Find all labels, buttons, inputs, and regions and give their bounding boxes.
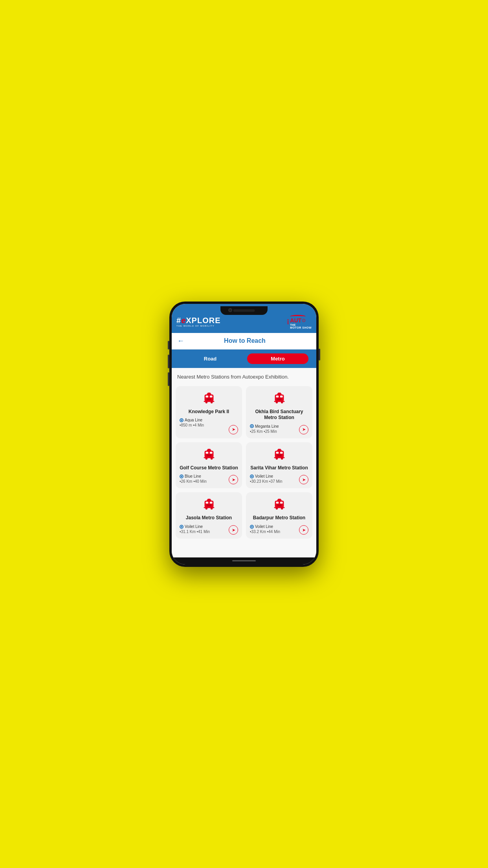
svg-rect-26 <box>207 449 211 450</box>
svg-rect-9 <box>275 394 284 401</box>
logo-text: #eXPLORE <box>176 316 221 324</box>
svg-rect-53 <box>278 499 281 500</box>
train-icon-wrap <box>180 391 238 406</box>
station-card-3: Sarita Vihar Metro Station Voilet Line •… <box>246 442 312 489</box>
svg-rect-4 <box>204 401 214 402</box>
expo-right-block: AUT ⊙ THE MOTOR SHOW <box>290 315 312 329</box>
line-dot <box>250 474 254 478</box>
station-name: Knowledge Park II <box>180 409 238 415</box>
svg-rect-45 <box>275 501 284 508</box>
train-icon <box>272 447 287 462</box>
navigate-button[interactable]: ➤ <box>229 525 238 535</box>
station-card-4: Jasola Metro Station Voilet Line •31.1 K… <box>176 492 242 539</box>
svg-point-50 <box>275 508 277 510</box>
svg-rect-44 <box>207 499 211 500</box>
power-button <box>319 349 320 360</box>
svg-rect-0 <box>204 394 213 401</box>
navigate-button[interactable]: ➤ <box>299 425 308 434</box>
phone-screen: #eXPLORE THE WORLD OF MOBILITY 2023 AUT … <box>172 304 316 565</box>
train-icon <box>202 497 216 512</box>
expo-the: THE <box>290 324 312 326</box>
volume-up-button <box>168 341 169 349</box>
navigate-icon: ➤ <box>302 528 306 533</box>
svg-rect-1 <box>205 395 208 397</box>
train-icon-wrap <box>250 497 308 512</box>
station-name: Okhla Bird Sanctuary Metro Station <box>250 409 308 421</box>
svg-rect-22 <box>204 457 214 458</box>
volume-down-button <box>168 355 169 368</box>
tab-metro[interactable]: Metro <box>247 353 308 364</box>
svg-rect-12 <box>277 398 281 400</box>
navigate-button[interactable]: ➤ <box>299 525 308 535</box>
svg-rect-31 <box>274 457 284 458</box>
svg-rect-13 <box>274 401 284 402</box>
line-name: Blue Line <box>185 474 201 478</box>
svg-rect-37 <box>205 502 208 504</box>
train-icon-wrap <box>250 447 308 462</box>
tab-bar: Road Metro <box>172 349 316 368</box>
content-area: Nearest Metro Stations from Autoexpo Exh… <box>172 368 316 557</box>
svg-rect-2 <box>209 395 212 397</box>
svg-rect-49 <box>274 507 284 508</box>
svg-point-23 <box>205 458 207 460</box>
tab-road[interactable]: Road <box>180 353 241 364</box>
svg-point-41 <box>205 508 207 510</box>
svg-rect-17 <box>278 392 281 394</box>
station-card-1: Okhla Bird Sanctuary Metro Station Megan… <box>246 386 312 438</box>
svg-rect-39 <box>207 504 211 506</box>
line-name: Meganta Line <box>255 424 279 428</box>
svg-rect-36 <box>204 501 213 508</box>
back-button[interactable]: ← <box>177 337 184 345</box>
stations-grid: Knowledge Park II Aqua Line •850 m •4 Mi… <box>176 386 312 539</box>
svg-rect-28 <box>276 452 279 454</box>
svg-rect-29 <box>280 452 283 454</box>
train-icon <box>272 497 287 512</box>
svg-rect-46 <box>276 502 279 504</box>
speaker <box>233 309 255 312</box>
navigate-icon: ➤ <box>232 477 235 482</box>
navigate-button[interactable]: ➤ <box>229 425 238 434</box>
train-icon-wrap <box>250 391 308 406</box>
svg-point-5 <box>205 401 207 403</box>
line-dot <box>180 418 183 422</box>
station-info: Aqua Line •850 m •4 Min <box>180 418 238 427</box>
silent-button <box>168 372 169 386</box>
logo-e: e <box>181 316 186 325</box>
logo-xplore: XPLORE <box>186 316 220 325</box>
line-row: Aqua Line <box>180 418 238 422</box>
line-dot <box>250 525 254 529</box>
line-dot <box>180 474 183 478</box>
svg-rect-21 <box>207 454 211 456</box>
home-bar <box>232 560 256 561</box>
expo-logo: 2023 AUT ⊙ THE MOTOR SHOW <box>287 315 312 329</box>
svg-rect-19 <box>205 452 208 454</box>
app-logo: #eXPLORE THE WORLD OF MOBILITY <box>176 316 221 327</box>
line-name: Voilet Line <box>255 524 273 529</box>
expo-motor-show: MOTOR SHOW <box>290 326 312 329</box>
train-icon <box>272 391 287 406</box>
svg-rect-38 <box>209 502 212 504</box>
expo-auto-text: AUT <box>290 317 301 324</box>
svg-point-42 <box>211 508 213 510</box>
line-dot <box>250 424 254 428</box>
navigate-icon: ➤ <box>232 427 235 432</box>
section-title: Nearest Metro Stations from Autoexpo Exh… <box>176 373 312 381</box>
station-card-5: Badarpur Metro Station Voilet Line •33.2… <box>246 492 312 539</box>
logo-subtitle: THE WORLD OF MOBILITY <box>176 325 221 327</box>
svg-point-24 <box>211 458 213 460</box>
line-name: Aqua Line <box>185 418 202 422</box>
home-indicator <box>172 557 316 565</box>
svg-point-14 <box>275 401 277 403</box>
station-name: Jasola Metro Station <box>180 515 238 521</box>
svg-rect-8 <box>207 392 211 394</box>
svg-point-6 <box>211 401 213 403</box>
train-icon <box>202 391 216 406</box>
page-title: How to Reach <box>188 337 301 344</box>
train-icon-wrap <box>180 497 238 512</box>
expo-year: 2023 <box>287 319 289 324</box>
svg-rect-3 <box>207 398 211 400</box>
svg-point-15 <box>281 401 283 403</box>
svg-rect-10 <box>276 395 279 397</box>
svg-rect-47 <box>280 502 283 504</box>
station-name: Sarita Vihar Metro Station <box>250 465 308 471</box>
